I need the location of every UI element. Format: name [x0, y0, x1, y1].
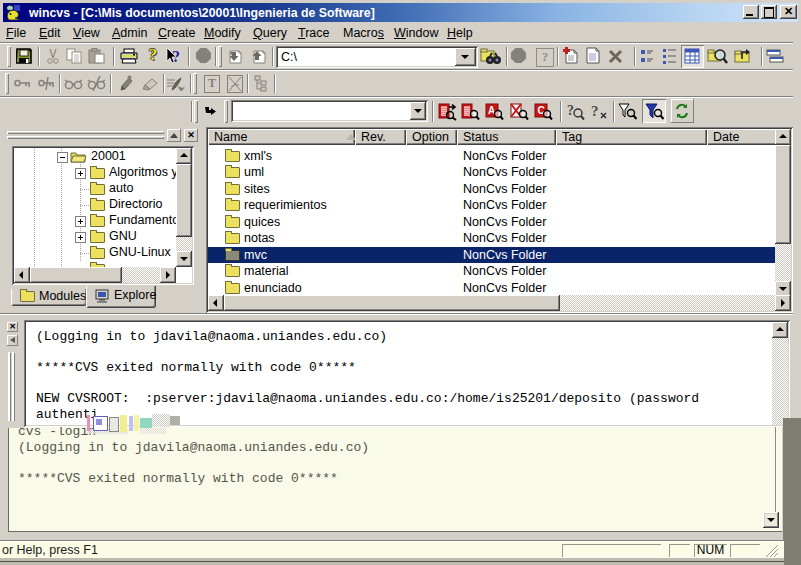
- svg-text:?: ?: [591, 103, 599, 119]
- svg-text:?: ?: [567, 103, 574, 118]
